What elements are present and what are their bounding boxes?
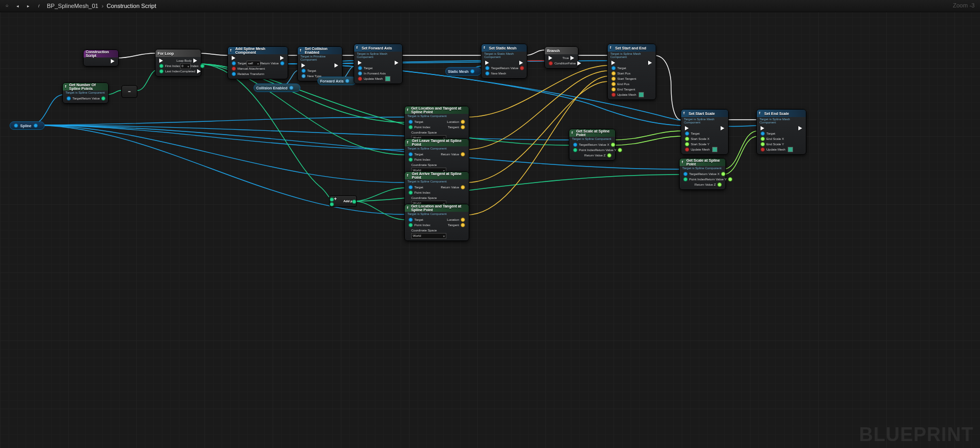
pin-last-index[interactable]: [159, 69, 164, 73]
first-index-value[interactable]: 0: [180, 63, 191, 69]
pin-exec-in[interactable]: [301, 63, 305, 68]
node-set-end-scale[interactable]: fSet End Scale Target is Spline Mesh Com…: [756, 109, 806, 155]
node-get-scale-1[interactable]: fGet Scale at Spline Point Target is Spl…: [569, 129, 616, 161]
pin-manual-attach[interactable]: [232, 67, 236, 71]
pin-end-pos[interactable]: [611, 82, 616, 86]
pin-update-mesh[interactable]: [358, 77, 362, 81]
node-get-arrive-tangent[interactable]: fGet Arrive Tangent at Spline Point Targ…: [404, 171, 469, 209]
pin-exec-out[interactable]: [280, 56, 284, 60]
pin-out-object[interactable]: [34, 123, 38, 128]
pin-start-pos[interactable]: [611, 71, 616, 76]
pin-tangent[interactable]: [461, 223, 465, 227]
pin-exec-out[interactable]: [648, 61, 652, 65]
pin-target[interactable]: [761, 131, 765, 136]
forward-icon[interactable]: ►: [24, 2, 32, 10]
pin-rvz[interactable]: [717, 182, 722, 187]
pin-out-object[interactable]: [14, 123, 18, 128]
pin-exec-out[interactable]: [519, 61, 523, 65]
pin-out[interactable]: [470, 69, 475, 73]
pin-return[interactable]: [461, 152, 465, 156]
pin-rvy[interactable]: [618, 148, 622, 152]
pin-update-mesh[interactable]: [611, 93, 616, 97]
pin-exec-out[interactable]: [721, 126, 724, 130]
pin-point-index[interactable]: [409, 223, 413, 227]
pin-out[interactable]: [352, 200, 356, 204]
pin-completed[interactable]: [197, 69, 201, 73]
pin-exec-in[interactable]: [685, 126, 689, 130]
bookmark-icon[interactable]: ☆: [3, 2, 11, 10]
pin-return[interactable]: [520, 66, 524, 70]
node-set-start-scale[interactable]: fSet Start Scale Target is Spline Mesh C…: [681, 109, 729, 155]
node-set-static-mesh[interactable]: fSet Static Mesh Target is Static Mesh C…: [481, 44, 527, 79]
pin-point-index[interactable]: [409, 157, 413, 162]
pin-start-tangent[interactable]: [611, 77, 616, 81]
pin-exec-in[interactable]: [485, 61, 489, 65]
pin-exec-in[interactable]: [761, 126, 764, 130]
pin-point-index[interactable]: [573, 148, 577, 152]
variable-spline[interactable]: Spline: [10, 121, 45, 130]
node-get-num-spline-points[interactable]: fGet Number Of Spline Points Target is S…: [62, 82, 109, 104]
pin-start-scale-x[interactable]: [685, 137, 689, 141]
node-add-spline-mesh-component[interactable]: fAdd Spline Mesh Component TargetselfRet…: [227, 46, 288, 79]
node-set-forward-axis[interactable]: fSet Forward Axis Target is Spline Mesh …: [354, 44, 403, 84]
pin-location[interactable]: [461, 218, 465, 222]
node-subtract-int[interactable]: −: [121, 85, 137, 98]
pin-target[interactable]: [409, 152, 413, 156]
pin-rvz[interactable]: [607, 153, 611, 157]
target-self[interactable]: self: [247, 61, 260, 67]
pin-exec-in[interactable]: [549, 56, 552, 60]
pin-update-mesh[interactable]: [761, 147, 765, 152]
variable-static-mesh[interactable]: Static Mesh: [445, 67, 481, 76]
pin-exec-out[interactable]: [798, 126, 802, 130]
checkbox-update[interactable]: [788, 147, 793, 152]
node-branch[interactable]: Branch True ConditionFalse: [544, 46, 578, 69]
pin-return[interactable]: [101, 96, 105, 101]
pin-target[interactable]: [358, 66, 362, 70]
node-get-location-tangent-2[interactable]: fGet Location and Tangent at Spline Poin…: [404, 204, 469, 241]
pin-rvx[interactable]: [611, 143, 615, 147]
pin-first-index[interactable]: [159, 64, 164, 68]
pin-target[interactable]: [409, 120, 413, 124]
pin-target[interactable]: [685, 131, 689, 136]
pin-loop-body[interactable]: [193, 59, 197, 63]
breadcrumb-asset[interactable]: BP_SplineMesh_01: [47, 3, 99, 9]
pin-false[interactable]: [577, 61, 581, 65]
breadcrumb-graph[interactable]: Construction Script: [107, 3, 156, 9]
pin-end-tangent[interactable]: [611, 87, 616, 92]
checkbox-update[interactable]: [639, 92, 644, 97]
pin-exec-out[interactable]: [111, 59, 115, 63]
node-get-leave-tangent[interactable]: fGet Leave Tangent at Spline Point Targe…: [404, 138, 469, 176]
pin-point-index[interactable]: [409, 125, 413, 129]
pin-true[interactable]: [570, 56, 574, 60]
coordinate-space-dropdown[interactable]: World: [411, 233, 446, 239]
pin-in-forward-axis[interactable]: [358, 71, 362, 76]
pin-exec-in[interactable]: [358, 61, 362, 65]
pin-rvx[interactable]: [721, 172, 725, 176]
pin-target[interactable]: [485, 66, 489, 70]
pin-end-scale-y[interactable]: [761, 142, 765, 146]
pin-exec-in[interactable]: [232, 56, 235, 60]
pin-target[interactable]: [301, 69, 306, 73]
pin-exec-out[interactable]: [395, 61, 398, 65]
pin-return[interactable]: [461, 185, 465, 189]
pin-relative-transform[interactable]: [232, 72, 236, 76]
pin-exec-out[interactable]: [334, 63, 338, 68]
pin-new-mesh[interactable]: [485, 71, 489, 76]
pin-rvy[interactable]: [728, 177, 732, 181]
node-construction-script[interactable]: Construction Script: [83, 49, 119, 67]
pin-start-scale-y[interactable]: [685, 142, 689, 146]
pin-b[interactable]: [330, 202, 334, 206]
pin-out[interactable]: [345, 79, 349, 83]
checkbox-update[interactable]: [712, 147, 717, 152]
checkbox-update[interactable]: [385, 76, 390, 81]
back-icon[interactable]: ◄: [14, 2, 21, 10]
pin-tangent[interactable]: [461, 125, 465, 129]
pin-target[interactable]: [409, 185, 413, 189]
pin-target[interactable]: [573, 143, 577, 147]
pin-target[interactable]: [611, 66, 616, 70]
pin-point-index[interactable]: [683, 177, 688, 181]
pin-end-scale-x[interactable]: [761, 137, 765, 141]
pin-a[interactable]: [330, 197, 334, 202]
pin-new-type[interactable]: [301, 74, 306, 78]
pin-point-index[interactable]: [409, 190, 413, 195]
